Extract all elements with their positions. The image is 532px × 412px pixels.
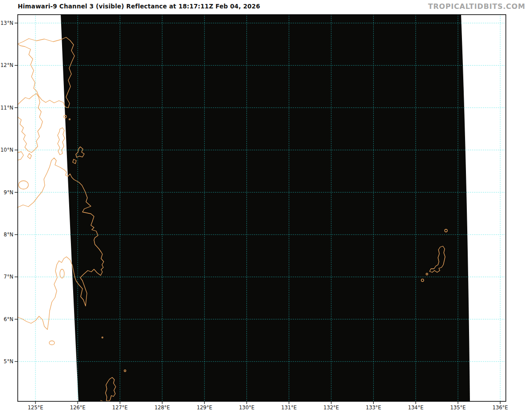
- lat-tick-label: 12°N: [0, 62, 13, 68]
- lat-tick-label: 6°N: [4, 316, 13, 322]
- lon-tick-label: 129°E: [197, 404, 212, 411]
- lon-tick-label: 128°E: [154, 404, 170, 411]
- samal-island: [60, 269, 64, 278]
- lon-tick-label: 131°E: [281, 404, 297, 411]
- lon-tick-label: 125°E: [28, 404, 43, 411]
- panaon-island: [27, 153, 31, 159]
- lon-tick-label: 133°E: [366, 404, 381, 411]
- sarangani-islands: [49, 341, 55, 345]
- leyte-coastline: [18, 94, 43, 153]
- screenshot-root: Himawari-9 Channel 3 (visible) Reflectan…: [0, 0, 532, 412]
- satellite-swath: [61, 15, 470, 401]
- lat-tick-label: 10°N: [0, 147, 13, 153]
- lat-tick-label: 13°N: [0, 20, 13, 26]
- map-plot: 125°E126°E127°E128°E129°E130°E131°E132°E…: [0, 0, 532, 412]
- lon-tick-label: 126°E: [70, 404, 86, 411]
- lat-tick-label: 5°N: [4, 358, 13, 365]
- lon-tick-label: 134°E: [408, 404, 423, 411]
- lon-tick-label: 132°E: [324, 404, 339, 411]
- camiguin-island: [19, 181, 28, 189]
- lat-tick-label: 11°N: [0, 105, 13, 111]
- lat-tick-label: 7°N: [4, 274, 13, 280]
- lon-tick-label: 136°E: [493, 404, 508, 411]
- lon-tick-label: 135°E: [450, 404, 466, 411]
- bohol-edge-coastline: [18, 152, 23, 160]
- lon-tick-label: 127°E: [112, 404, 128, 411]
- lat-tick-label: 8°N: [4, 232, 13, 238]
- lon-tick-label: 130°E: [239, 404, 254, 411]
- dinagat-island: [58, 128, 65, 155]
- lat-tick-label: 9°N: [4, 189, 13, 196]
